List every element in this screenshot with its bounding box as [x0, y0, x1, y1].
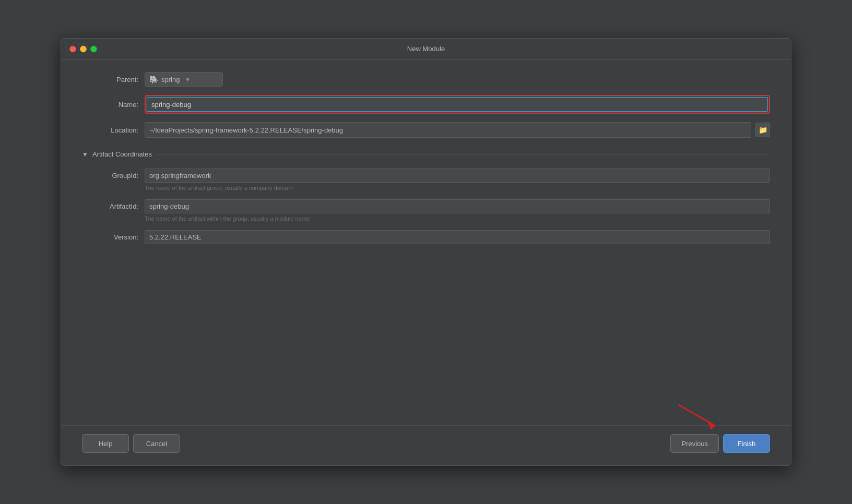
version-field	[145, 230, 770, 244]
name-label: Name:	[82, 101, 145, 109]
left-buttons: Help Cancel	[82, 434, 180, 453]
help-button[interactable]: Help	[82, 434, 129, 453]
parent-dropdown[interactable]: 🐘 spring ▼	[145, 72, 223, 87]
artifactid-input[interactable]	[145, 199, 770, 213]
title-bar: New Module	[61, 39, 791, 59]
parent-field: 🐘 spring ▼	[145, 72, 770, 87]
artifactid-label: ArtifactId:	[92, 199, 145, 210]
maximize-button[interactable]	[90, 45, 97, 52]
browse-folder-button[interactable]: 📁	[755, 123, 770, 137]
new-module-dialog: New Module Parent: 🐘 spring ▼ Name: Loca…	[61, 38, 791, 466]
collapse-arrow-icon[interactable]: ▼	[82, 151, 88, 158]
artifact-coordinates-section: ▼ Artifact Coordinates	[82, 150, 770, 158]
name-input[interactable]	[147, 97, 768, 112]
finish-button[interactable]: Finish	[723, 434, 770, 453]
artifact-content: GroupId: The name of the artifact group,…	[82, 169, 770, 246]
name-input-wrapper	[145, 95, 770, 114]
close-button[interactable]	[69, 45, 76, 52]
groupid-row: GroupId: The name of the artifact group,…	[92, 169, 770, 197]
artifactid-row: ArtifactId: The name of the artifact wit…	[92, 199, 770, 228]
traffic-lights	[69, 45, 97, 52]
spring-icon: 🐘	[149, 75, 158, 83]
groupid-hint: The name of the artifact group, usually …	[145, 185, 770, 191]
location-input[interactable]	[145, 122, 751, 138]
minimize-button[interactable]	[80, 45, 87, 52]
version-input[interactable]	[145, 230, 770, 244]
artifactid-field: The name of the artifact within the grou…	[145, 199, 770, 228]
version-label: Version:	[92, 230, 145, 241]
groupid-field: The name of the artifact group, usually …	[145, 169, 770, 197]
name-row: Name:	[82, 95, 770, 114]
folder-icon: 📁	[759, 126, 767, 134]
chevron-down-icon: ▼	[185, 77, 190, 82]
version-row: Version:	[92, 230, 770, 244]
window-title: New Module	[407, 45, 445, 53]
parent-label: Parent:	[82, 76, 145, 83]
location-field: 📁	[145, 122, 770, 138]
parent-row: Parent: 🐘 spring ▼	[82, 72, 770, 87]
section-divider	[156, 154, 770, 154]
form-content: Parent: 🐘 spring ▼ Name: Location:	[61, 59, 791, 425]
groupid-label: GroupId:	[92, 169, 145, 179]
parent-dropdown-value: spring	[161, 76, 180, 83]
button-bar: Help Cancel Previous Finish	[61, 425, 791, 465]
artifactid-hint: The name of the artifact within the grou…	[145, 215, 770, 222]
location-row: Location: 📁	[82, 122, 770, 138]
cancel-button[interactable]: Cancel	[133, 434, 180, 453]
groupid-input[interactable]	[145, 169, 770, 183]
previous-button[interactable]: Previous	[670, 434, 719, 453]
location-label: Location:	[82, 126, 145, 134]
section-title: Artifact Coordinates	[92, 150, 152, 158]
right-buttons: Previous Finish	[670, 434, 770, 453]
